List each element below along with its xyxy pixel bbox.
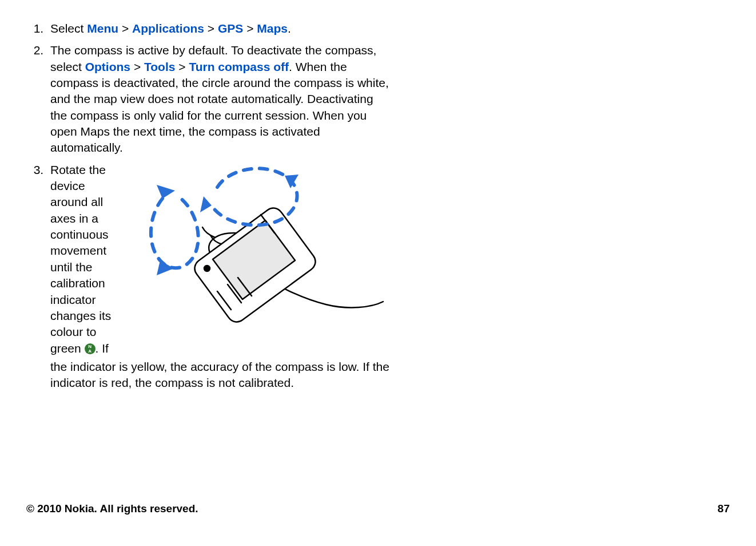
compass-indicator-icon: NA [85,343,96,354]
step-3-text-narrow: Rotate the device around all axes in a c… [50,163,111,355]
instruction-list: Select Menu > Applications > GPS > Maps.… [26,21,390,391]
svg-marker-5 [285,175,299,188]
menu-path-options: Options [85,60,130,73]
svg-marker-6 [200,196,212,212]
step-2: The compass is active by default. To dea… [47,42,390,156]
menu-path-maps: Maps [257,22,288,35]
step-3-wide-text: the indicator is yellow, the accuracy of… [50,359,390,391]
menu-path-applications: Applications [132,22,204,35]
step-1: Select Menu > Applications > GPS > Maps. [47,21,390,37]
page-footer: © 2010 Nokia. All rights reserved. 87 [26,503,730,515]
step-2-text-b: . When the compass is deactivated, the c… [50,60,389,155]
breadcrumb-sep: > [178,60,189,73]
page-number: 87 [718,503,730,515]
compass-icon-a: A [85,349,96,354]
menu-path-menu: Menu [87,22,118,35]
step-3-after-icon: . If [96,342,109,355]
svg-marker-8 [157,260,174,275]
document-page: Select Menu > Applications > GPS > Maps.… [0,0,756,546]
menu-path-turn-compass-off: Turn compass off [189,60,289,73]
menu-path-gps: GPS [218,22,243,35]
svg-marker-7 [157,185,175,199]
breadcrumb-sep: > [246,22,257,35]
step-3: Rotate the device around all axes in a c… [47,162,390,391]
step-3-narrow-text: Rotate the device around all axes in a c… [50,162,119,357]
svg-point-1 [204,266,210,271]
step-1-end: . [288,22,291,35]
breadcrumb-sep: > [208,22,218,35]
copyright-text: © 2010 Nokia. All rights reserved. [26,503,198,515]
step-1-prefix: Select [50,22,87,35]
calibration-illustration [132,159,395,325]
breadcrumb-sep: > [122,22,132,35]
menu-path-tools: Tools [144,60,175,73]
breadcrumb-sep: > [134,60,144,73]
